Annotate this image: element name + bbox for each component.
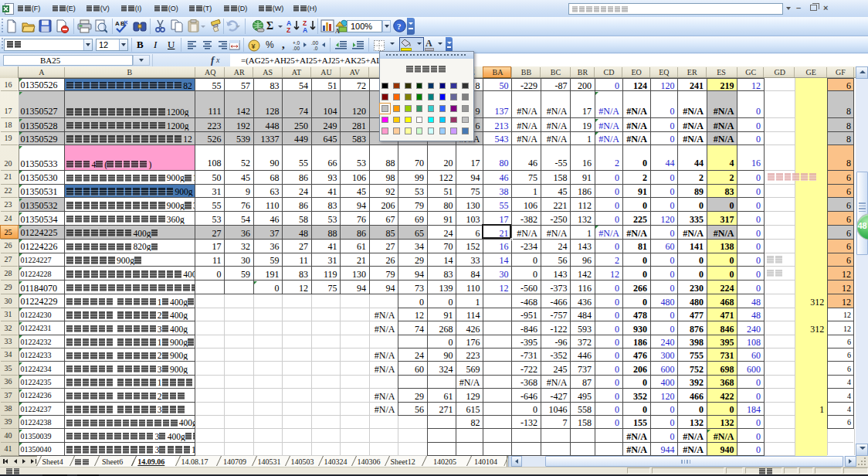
svg-text:?: ? [397,21,402,30]
svg-text:A: A [303,26,307,33]
svg-text:.0: .0 [314,46,318,50]
svg-text:A: A [335,28,340,33]
svg-text:A: A [115,20,120,27]
svg-text:.00: .00 [293,46,300,50]
svg-text:Z: Z [287,26,290,33]
svg-text:+.0: +.0 [293,40,300,46]
svg-text:.00: .00 [311,40,318,46]
svg-text:¥: ¥ [252,42,256,50]
